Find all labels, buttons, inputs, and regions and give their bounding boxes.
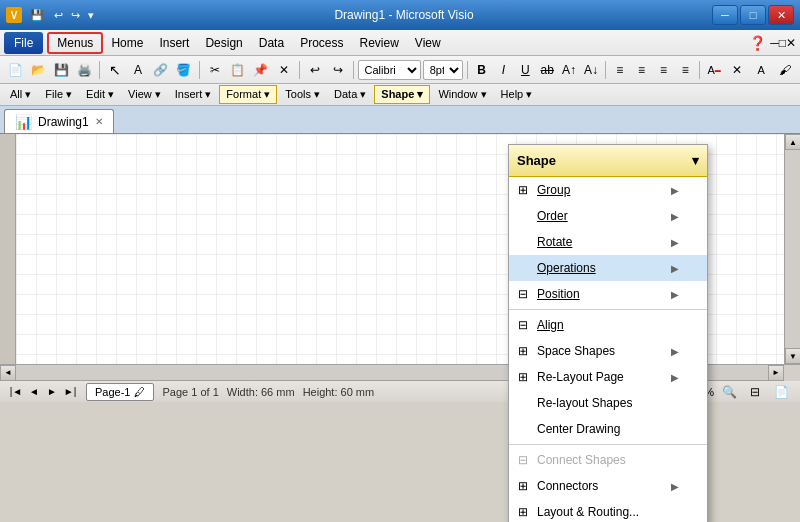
toolbar-view[interactable]: View ▾ [122, 86, 167, 103]
toolbar-file[interactable]: File ▾ [39, 86, 78, 103]
zoom-in-button[interactable]: 🔍 [718, 381, 740, 403]
scroll-left-button[interactable]: ◄ [0, 365, 16, 381]
align-right-button[interactable]: ≡ [654, 59, 674, 81]
toolbar-edit[interactable]: Edit ▾ [80, 86, 120, 103]
strikethrough-button[interactable]: ab [537, 59, 557, 81]
separator-5 [467, 61, 468, 79]
menu-item-relayout-page[interactable]: ⊞ Re-Layout Page ▶ [509, 364, 707, 390]
connectors-icon: ⊞ [515, 478, 531, 494]
text-button[interactable]: A [127, 59, 149, 81]
toolbar-group-3: ✂ 📋 📌 ✕ [204, 59, 295, 81]
toolbar-window[interactable]: Window ▾ [432, 86, 492, 103]
print-button[interactable]: 🖨️ [73, 59, 95, 81]
toolbar-insert[interactable]: Insert ▾ [169, 86, 218, 103]
paint-button[interactable]: 🪣 [173, 59, 195, 81]
cut-button[interactable]: ✂ [204, 59, 226, 81]
menus-menu[interactable]: Menus [47, 32, 103, 54]
center-drawing-icon [515, 421, 531, 437]
text-size-up-button[interactable]: A↑ [559, 59, 579, 81]
bold-button[interactable]: B [472, 59, 492, 81]
scroll-down-button[interactable]: ▼ [785, 348, 800, 364]
toolbar-right: ✕ A 🖌 [726, 59, 796, 81]
justify-button[interactable]: ≡ [675, 59, 695, 81]
copy-button[interactable]: 📋 [227, 59, 249, 81]
quick-save-icon[interactable]: 💾 [30, 9, 44, 22]
last-page-button[interactable]: ►| [62, 384, 78, 400]
title-bar-controls[interactable]: ─ □ ✕ [712, 5, 794, 25]
quick-dropdown-icon[interactable]: ▾ [88, 9, 94, 22]
font-size-select[interactable]: 8pt [423, 60, 463, 80]
menu-item-operations[interactable]: Operations ▶ [509, 255, 707, 281]
menu-item-group[interactable]: ⊞ Group ▶ [509, 177, 707, 203]
new-button[interactable]: 📄 [4, 59, 26, 81]
save-button[interactable]: 💾 [50, 59, 72, 81]
fill-color-button[interactable]: 🖌 [774, 59, 796, 81]
text-size-down-button[interactable]: A↓ [581, 59, 601, 81]
document-tab[interactable]: 📊 Drawing1 ✕ [4, 109, 114, 133]
window-controls-icon[interactable]: ─□✕ [770, 36, 796, 50]
right-scrollbar[interactable]: ▲ ▼ [784, 134, 800, 364]
align-left-button[interactable]: ≡ [610, 59, 630, 81]
maximize-button[interactable]: □ [740, 5, 766, 25]
operations-label: Operations [537, 261, 596, 275]
menu-item-relayout-shapes[interactable]: Re-layout Shapes [509, 390, 707, 416]
file-menu[interactable]: File [4, 32, 43, 54]
connect-button[interactable]: 🔗 [150, 59, 172, 81]
text-color-button[interactable]: A▬ [704, 59, 724, 81]
minimize-button[interactable]: ─ [712, 5, 738, 25]
quick-toolbar: 📄 📂 💾 🖨️ ↖ A 🔗 🪣 ✂ 📋 📌 ✕ ↩ ↪ Calibri 8pt… [0, 56, 800, 84]
paste-button[interactable]: 📌 [250, 59, 272, 81]
doc-tab-close[interactable]: ✕ [95, 116, 103, 127]
toolbar-data[interactable]: Data ▾ [328, 86, 372, 103]
shape-dropdown-menu: Shape ▾ ⊞ Group ▶ Order ▶ Rotate ▶ [508, 144, 708, 522]
toolbar-all[interactable]: All ▾ [4, 86, 37, 103]
font-name-select[interactable]: Calibri [358, 60, 421, 80]
menu-item-align[interactable]: ⊟ Align [509, 312, 707, 338]
process-menu[interactable]: Process [292, 32, 351, 54]
menu-item-layout-routing[interactable]: ⊞ Layout & Routing... [509, 499, 707, 522]
toolbar-help[interactable]: Help ▾ [495, 86, 539, 103]
design-menu[interactable]: Design [197, 32, 250, 54]
help-icon[interactable]: ❓ [749, 35, 766, 51]
toolbar-group-2: ↖ A 🔗 🪣 [104, 59, 195, 81]
open-button[interactable]: 📂 [27, 59, 49, 81]
data-menu[interactable]: Data [251, 32, 292, 54]
review-menu[interactable]: Review [351, 32, 406, 54]
line-color-button[interactable]: A [750, 59, 772, 81]
delete-button[interactable]: ✕ [273, 59, 295, 81]
pointer-button[interactable]: ↖ [104, 59, 126, 81]
quick-undo-icon[interactable]: ↩ [54, 9, 63, 22]
rotate-icon [515, 234, 531, 250]
italic-button[interactable]: I [494, 59, 514, 81]
separator-2 [199, 61, 200, 79]
toolbar-shape[interactable]: Shape ▾ [374, 85, 430, 104]
view-page-button[interactable]: 📄 [770, 381, 792, 403]
page-tab[interactable]: Page-1 🖊 [86, 383, 154, 401]
menu-item-position[interactable]: ⊟ Position ▶ [509, 281, 707, 307]
prev-page-button[interactable]: ◄ [26, 384, 42, 400]
align-center-button[interactable]: ≡ [632, 59, 652, 81]
separator-3 [299, 61, 300, 79]
quick-redo-icon[interactable]: ↪ [71, 9, 80, 22]
toolbar-tools[interactable]: Tools ▾ [279, 86, 326, 103]
fit-width-button[interactable]: ⊟ [744, 381, 766, 403]
scroll-up-button[interactable]: ▲ [785, 134, 800, 150]
scroll-right-button[interactable]: ► [768, 365, 784, 381]
menu-item-order[interactable]: Order ▶ [509, 203, 707, 229]
redo-button[interactable]: ↪ [327, 59, 349, 81]
underline-button[interactable]: U [515, 59, 535, 81]
eraser-button[interactable]: ✕ [726, 59, 748, 81]
menu-item-center-drawing[interactable]: Center Drawing [509, 416, 707, 442]
next-page-button[interactable]: ► [44, 384, 60, 400]
view-menu[interactable]: View [407, 32, 449, 54]
close-button[interactable]: ✕ [768, 5, 794, 25]
scroll-track-vertical[interactable] [785, 150, 800, 348]
home-menu[interactable]: Home [103, 32, 151, 54]
menu-item-rotate[interactable]: Rotate ▶ [509, 229, 707, 255]
menu-item-connectors[interactable]: ⊞ Connectors ▶ [509, 473, 707, 499]
menu-item-space-shapes[interactable]: ⊞ Space Shapes ▶ [509, 338, 707, 364]
toolbar-format[interactable]: Format ▾ [219, 85, 277, 104]
undo-button[interactable]: ↩ [304, 59, 326, 81]
insert-menu[interactable]: Insert [151, 32, 197, 54]
first-page-button[interactable]: |◄ [8, 384, 24, 400]
